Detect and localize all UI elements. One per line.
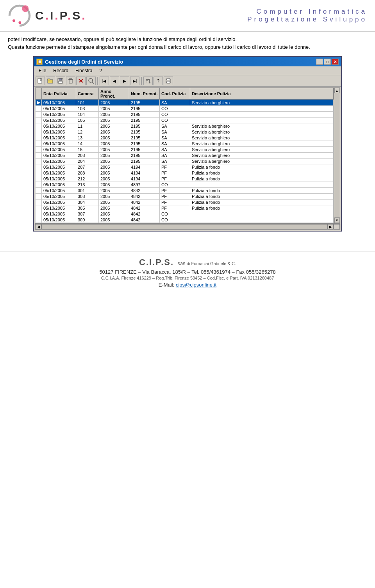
company-line2: Progettazione Sviluppo: [247, 16, 367, 23]
window-icon: 📋: [36, 59, 43, 65]
toolbar-prev[interactable]: ◀: [110, 77, 119, 85]
cell-cod-pulizia: SA: [160, 159, 190, 164]
svg-rect-21: [167, 81, 170, 83]
scrollbar-vertical[interactable]: ▲ ▼: [334, 88, 340, 223]
scroll-track: [334, 93, 340, 217]
cell-cod-pulizia: CO: [160, 217, 190, 223]
cell-data-pulizia: 05/10/2005: [42, 100, 76, 106]
table-row[interactable]: 05/10/20051220052195SAServizio alberghie…: [36, 129, 334, 135]
cell-cod-pulizia: PF: [160, 194, 190, 200]
scroll-down-button[interactable]: ▼: [334, 217, 340, 223]
table-row[interactable]: 05/10/20051120052195SAServizio alberghie…: [36, 123, 334, 129]
data-table: Data Pulizia Camera Anno Prenot. Num. Pr…: [35, 88, 334, 223]
table-row[interactable]: 05/10/200520320052195SAServizio alberghi…: [36, 153, 334, 159]
table-header: Data Pulizia Camera Anno Prenot. Num. Pr…: [36, 88, 334, 100]
table-row[interactable]: 05/10/200530520054842PFPulizia a fondo: [36, 205, 334, 211]
toolbar-save[interactable]: [56, 77, 65, 85]
row-indicator: [36, 129, 42, 135]
cell-data-pulizia: 05/10/2005: [42, 123, 76, 129]
table-row[interactable]: 05/10/20051320052195SAServizio alberghie…: [36, 135, 334, 141]
cell-camera: 105: [76, 118, 99, 123]
table-row[interactable]: 05/10/200510320052195CO: [36, 106, 334, 112]
footer-company-name: C.I.P.S.: [139, 257, 174, 267]
cell-cod-pulizia: SA: [160, 141, 190, 147]
cell-data-pulizia: 05/10/2005: [42, 182, 76, 188]
cell-num-prenot: 4194: [129, 164, 160, 170]
svg-rect-20: [167, 78, 170, 80]
row-indicator: [36, 205, 42, 211]
menu-help[interactable]: ?: [96, 67, 105, 74]
cell-data-pulizia: 05/10/2005: [42, 147, 76, 153]
scroll-track-h: [41, 224, 327, 230]
row-indicator: [36, 176, 42, 182]
toolbar-last[interactable]: ▶|: [130, 77, 139, 85]
table-row[interactable]: 05/10/200520720054194PFPulizia a fondo: [36, 164, 334, 170]
title-bar: 📋 Gestione degli Ordini di Servizio ─ □ …: [34, 57, 341, 66]
svg-rect-5: [48, 79, 50, 80]
cell-num-prenot: 4842: [129, 217, 160, 223]
cell-cod-pulizia: PF: [160, 176, 190, 182]
cell-camera: 307: [76, 211, 99, 217]
toolbar-print[interactable]: [164, 77, 173, 85]
menu-file[interactable]: File: [36, 67, 49, 74]
cell-num-prenot: 2195: [129, 100, 160, 106]
cell-anno: 2005: [99, 200, 129, 205]
table-row[interactable]: 05/10/200510520052195CO: [36, 118, 334, 123]
footer-email-link[interactable]: cips@cipsonline.it: [176, 282, 216, 288]
scrollbar-horizontal[interactable]: ◀ ▶: [35, 223, 340, 230]
table-row[interactable]: 05/10/200520420052195SAServizio alberghi…: [36, 159, 334, 164]
toolbar-sort[interactable]: [143, 77, 153, 85]
menu-record[interactable]: Record: [50, 67, 71, 74]
close-button[interactable]: ✕: [332, 59, 339, 65]
table-row[interactable]: 05/10/200530320054842PFPulizia a fondo: [36, 194, 334, 200]
toolbar-new[interactable]: [36, 77, 45, 85]
table-row[interactable]: 05/10/200521220054194PFPulizia a fondo: [36, 176, 334, 182]
cell-cod-pulizia: SA: [160, 123, 190, 129]
toolbar-open[interactable]: [46, 77, 55, 85]
table-row[interactable]: 05/10/200530720054842CO: [36, 211, 334, 217]
toolbar-delete[interactable]: [66, 77, 75, 85]
col-descrizione: Descrizione Pulizia: [190, 88, 334, 100]
cell-anno: 2005: [99, 159, 129, 164]
footer-email: E-Mail: cips@cipsonline.it: [8, 282, 367, 288]
table-row[interactable]: 05/10/200520820054194PFPulizia a fondo: [36, 170, 334, 176]
table-row[interactable]: 05/10/20051520052195SAServizio alberghie…: [36, 147, 334, 153]
row-indicator: [36, 194, 42, 200]
table-row[interactable]: 05/10/200530420054842PFPulizia a fondo: [36, 200, 334, 205]
cell-descrizione: Pulizia a fondo: [190, 194, 334, 200]
logo-text: C.I.P.S.: [35, 9, 87, 22]
row-indicator: [36, 153, 42, 159]
table-row[interactable]: ▶05/10/200510120052195SAServizio albergh…: [36, 100, 334, 106]
cell-descrizione: Pulizia a fondo: [190, 188, 334, 194]
cell-num-prenot: 2195: [129, 112, 160, 118]
scroll-left-button[interactable]: ◀: [35, 224, 41, 230]
toolbar-next[interactable]: ▶: [120, 77, 129, 85]
table-row[interactable]: 05/10/200530120054842PFPulizia a fondo: [36, 188, 334, 194]
menu-finestra[interactable]: Finestra: [72, 67, 95, 74]
scroll-up-button[interactable]: ▲: [334, 88, 340, 93]
cell-camera: 212: [76, 176, 99, 182]
toolbar-cancel[interactable]: [76, 77, 86, 85]
row-indicator: [36, 118, 42, 123]
cell-descrizione: Pulizia a fondo: [190, 170, 334, 176]
toolbar-first[interactable]: |◀: [100, 77, 109, 85]
cell-data-pulizia: 05/10/2005: [42, 164, 76, 170]
table-row[interactable]: 05/10/200530920054842CO: [36, 217, 334, 223]
maximize-button[interactable]: □: [324, 59, 331, 65]
title-bar-controls[interactable]: ─ □ ✕: [316, 59, 339, 65]
table-row[interactable]: 05/10/200510420052195CO: [36, 112, 334, 118]
minimize-button[interactable]: ─: [316, 59, 323, 65]
cell-num-prenot: 4842: [129, 188, 160, 194]
svg-point-2: [18, 21, 21, 24]
cell-descrizione: Servizio alberghiero: [190, 141, 334, 147]
scroll-right-button[interactable]: ▶: [327, 224, 334, 230]
col-cod-pulizia: Cod. Pulizia: [160, 88, 190, 100]
table-row[interactable]: 05/10/20051420052195SAServizio alberghie…: [36, 141, 334, 147]
cell-camera: 13: [76, 135, 99, 141]
toolbar-search[interactable]: [86, 77, 96, 85]
table-row[interactable]: 05/10/200521320054897CO: [36, 182, 334, 188]
page-footer: C.I.P.S. sas di Fornaciai Gabriele & C. …: [0, 251, 375, 292]
toolbar-help[interactable]: ?: [154, 77, 163, 85]
cell-data-pulizia: 05/10/2005: [42, 135, 76, 141]
cell-camera: 103: [76, 106, 99, 112]
